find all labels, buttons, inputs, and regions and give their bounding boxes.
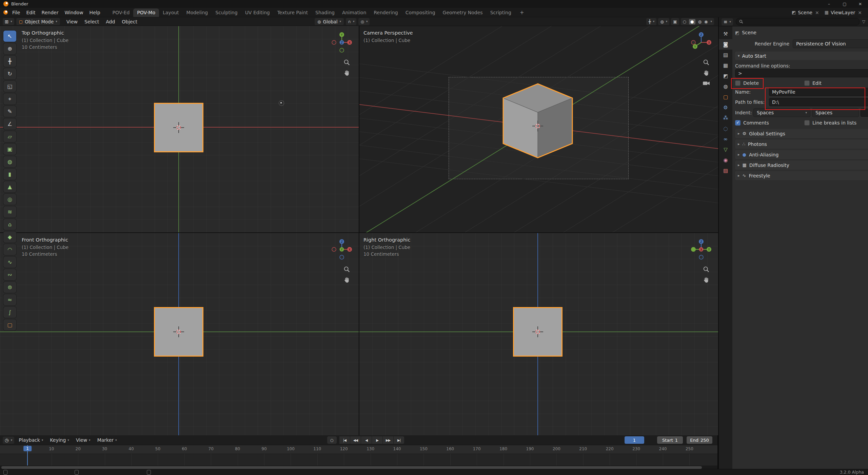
workspace-tab[interactable]: Animation	[338, 8, 370, 17]
scene-tab[interactable]: ◩	[719, 71, 732, 81]
add-torus-tool[interactable]: ◎	[3, 194, 16, 205]
zoom-icon[interactable]	[703, 59, 710, 66]
add-rainbow-tool[interactable]: ◠	[3, 244, 16, 255]
viewlayer-selector[interactable]: ▦ ViewLayer ×	[825, 10, 862, 15]
workspace-tab[interactable]: POV-Ed	[109, 8, 134, 17]
workspace-tab[interactable]: Layout	[159, 8, 183, 17]
close-button[interactable]: ✕	[852, 0, 868, 8]
playhead[interactable]: 1	[27, 445, 28, 466]
add-cone-tool[interactable]: ▲	[3, 181, 16, 192]
shading-rendered-button[interactable]: ◉	[704, 19, 708, 24]
delete-option[interactable]: Delete	[735, 80, 804, 86]
cursor-tool[interactable]: ⊕	[3, 43, 16, 54]
add-plane-tool[interactable]: ▱	[3, 131, 16, 142]
cube-object[interactable]	[154, 103, 203, 152]
timeline-ruler[interactable]: 1020304050607080901001101201301401501601…	[0, 445, 717, 454]
workspace-tab[interactable]: UV Editing	[241, 8, 274, 17]
timeline-menu-item[interactable]: Keying▾	[47, 436, 72, 444]
scrollbar-thumb[interactable]	[1, 466, 702, 469]
timeline-menu-item[interactable]: Marker▾	[94, 436, 120, 444]
viewport-camera-perspective[interactable]: Camera Perspective (1) Collection | Cube…	[359, 26, 718, 232]
freestyle-section[interactable]: ▸ ∿ Freestyle	[735, 171, 868, 180]
render-tab[interactable]: ◙	[719, 39, 732, 50]
add-isosurface-tool[interactable]: ≈	[3, 294, 16, 305]
overlays-toggle[interactable]: ◍ ▾	[658, 18, 669, 25]
anti-aliasing-section[interactable]: ▸ ● Anti-Aliasing	[735, 150, 868, 159]
previous-keyframe-button[interactable]: ◀◀	[350, 436, 361, 444]
camera-view-icon[interactable]	[703, 80, 710, 86]
menu-item[interactable]: File	[9, 9, 23, 16]
object-tab[interactable]: ▢	[719, 92, 732, 102]
viewport-menu-item[interactable]: Select	[81, 18, 102, 25]
jump-to-start-button[interactable]: |◀	[339, 436, 350, 444]
line-breaks-checkbox[interactable]	[804, 120, 810, 126]
menu-item[interactable]: Render	[39, 9, 62, 16]
play-button[interactable]: ▶	[372, 436, 382, 444]
properties-search-input[interactable]	[736, 18, 860, 25]
proportional-editing-toggle[interactable]: ◎ ▾	[358, 18, 370, 25]
workspace-tab[interactable]: Modeling	[183, 8, 212, 17]
gizmos-toggle[interactable]: ╋ ▾	[646, 18, 656, 25]
workspace-tab[interactable]: Sculpting	[212, 8, 241, 17]
output-tab[interactable]: ▤	[719, 50, 732, 60]
global-settings-section[interactable]: ▸ ⚙ Global Settings	[735, 129, 868, 138]
minimize-button[interactable]: –	[821, 0, 837, 8]
world-tab[interactable]: ◍	[719, 81, 732, 92]
xray-toggle[interactable]: ▣	[671, 18, 679, 25]
viewport-top-orthographic[interactable]: Top Orthographic (1) Collection | Cube 1…	[0, 26, 359, 232]
cube-object[interactable]	[513, 307, 563, 357]
add-sphere-tool[interactable]: ◍	[3, 156, 16, 167]
add-superellipsoid-tool[interactable]: ◆	[3, 231, 16, 243]
annotate-tool[interactable]: ✎	[3, 106, 16, 117]
auto-keying-button[interactable]: ○	[327, 436, 337, 444]
timeline-menu-item[interactable]: View▾	[73, 436, 94, 444]
add-lathe-tool[interactable]: ≋	[3, 206, 16, 217]
frame-end-field[interactable]: End 250	[687, 436, 712, 444]
timeline-menu-item[interactable]: Playback▾	[16, 436, 46, 444]
rotate-tool[interactable]: ↻	[3, 68, 16, 79]
menu-item[interactable]: Help	[86, 9, 103, 16]
filter-icon[interactable]: ▽	[862, 19, 865, 24]
particles-tab[interactable]: ⁂	[719, 113, 732, 123]
workspace-tab[interactable]: Shading	[312, 8, 338, 17]
navigation-gizmo[interactable]: YXZ	[330, 30, 354, 55]
pan-hand-icon[interactable]	[703, 277, 710, 284]
viewport-menu-item[interactable]: View	[63, 18, 81, 25]
shading-solid-button[interactable]: ●	[689, 19, 695, 24]
tool-tab[interactable]: ⚒	[719, 28, 732, 39]
add-prism-tool[interactable]: ⌂	[3, 219, 16, 230]
menu-item[interactable]: Window	[61, 9, 86, 16]
workspace-tab[interactable]: Scripting	[487, 8, 515, 17]
unlink-scene-icon[interactable]: ×	[815, 10, 819, 15]
view-layer-tab[interactable]: ▦	[719, 60, 732, 71]
move-tool[interactable]: ╋	[3, 56, 16, 67]
add-cylinder-tool[interactable]: ▮	[3, 169, 16, 180]
material-tab[interactable]: ◉	[719, 155, 732, 165]
blender-menu-icon[interactable]	[3, 10, 8, 15]
timeline-editor-type-button[interactable]: ◷ ▾	[3, 437, 14, 444]
viewport-right-orthographic[interactable]: Right Orthographic (1) Collection | Cube…	[359, 233, 718, 435]
unlink-viewlayer-icon[interactable]: ×	[858, 10, 862, 15]
workspace-tab[interactable]: Rendering	[370, 8, 402, 17]
current-frame-field[interactable]: 1	[625, 436, 644, 444]
add-sphere-sweep-tool[interactable]: ∾	[3, 269, 16, 280]
render-engine-dropdown[interactable]: Persistence Of Vision ▾	[793, 39, 868, 48]
edit-checkbox[interactable]	[804, 80, 810, 86]
modifiers-tab[interactable]: ⚙	[719, 102, 732, 113]
pan-hand-icon[interactable]	[343, 277, 351, 284]
viewport-front-orthographic[interactable]: Front Orthographic (1) Collection | Cube…	[0, 233, 359, 435]
add-parametric-tool[interactable]: ∫	[3, 307, 16, 318]
workspace-tab[interactable]: POV-Mo	[133, 8, 159, 17]
zoom-icon[interactable]	[703, 266, 710, 273]
transform-tool[interactable]: ⌖	[3, 93, 16, 104]
constraints-tab[interactable]: ∞	[719, 134, 732, 144]
name-field[interactable]: MyPovFile	[769, 88, 868, 96]
add-workspace-button[interactable]: +	[517, 10, 527, 16]
photons-section[interactable]: ▸ ∴ Photons	[735, 139, 868, 149]
select-box-tool[interactable]: ↖	[3, 31, 16, 42]
zoom-icon[interactable]	[343, 59, 351, 66]
scene-selector[interactable]: ◩ Scene ×	[792, 10, 819, 15]
zoom-icon[interactable]	[343, 266, 351, 273]
edit-option[interactable]: Edit	[804, 80, 868, 86]
comments-option[interactable]: Comments	[735, 120, 804, 126]
